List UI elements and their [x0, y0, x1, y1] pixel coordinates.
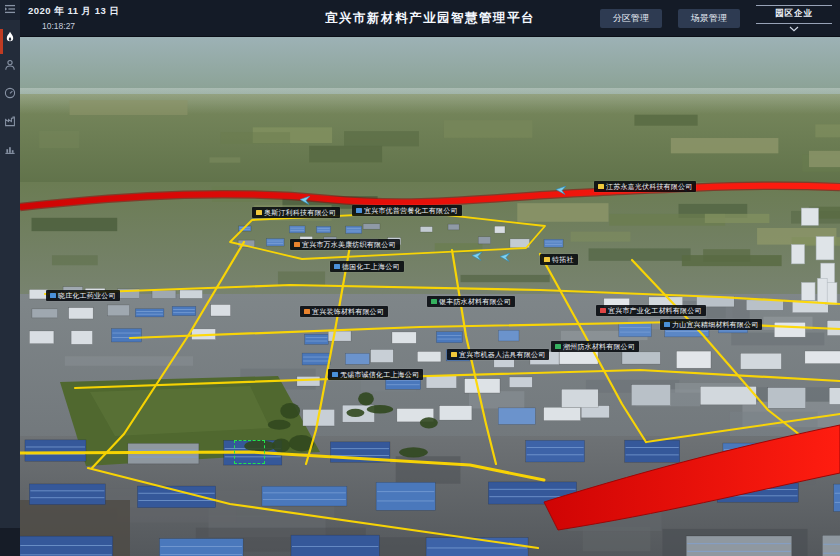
company-marker-icon — [598, 184, 604, 190]
company-label-text: 银丰防水材料有限公司 — [439, 298, 511, 305]
company-label[interactable]: 银丰防水材料有限公司 — [427, 296, 515, 307]
company-marker-icon — [334, 264, 340, 270]
company-label[interactable]: 特拓社 — [540, 254, 578, 265]
company-label[interactable]: 无锡市诚信化工上海公司 — [328, 369, 423, 380]
company-label-text: 江苏永嘉光伏科技有限公司 — [606, 183, 692, 190]
camera-marker-icon[interactable] — [472, 252, 483, 261]
company-label[interactable]: 力山宜兴精细材料有限公司 — [660, 319, 762, 330]
company-label-text: 宜兴市机器人洁具有限公司 — [459, 351, 545, 358]
camera-marker-icon[interactable] — [300, 196, 311, 205]
company-label[interactable]: 潮州防水材料有限公司 — [551, 341, 639, 352]
top-bar: 2020 年 11 月 13 日 10:18:27 宜兴市新材料产业园智慧管理平… — [20, 0, 840, 37]
company-label[interactable]: 宜兴市万水美康纺织有限公司 — [290, 239, 400, 250]
left-toolbar — [0, 0, 20, 556]
company-label[interactable]: 宜兴装饰材料有限公司 — [300, 306, 388, 317]
company-label-text: 宜兴市优普营餐化工有限公司 — [364, 207, 458, 214]
camera-marker-icon[interactable] — [500, 253, 511, 262]
company-label-text: 德国化工上海公司 — [342, 263, 400, 270]
company-marker-icon — [356, 208, 362, 214]
company-label[interactable]: 德国化工上海公司 — [330, 261, 404, 272]
company-label[interactable]: 宜兴市产业化工材料有限公司 — [596, 305, 706, 316]
company-label-text: 奥斯汀利科技有限公司 — [264, 209, 336, 216]
selection-marquee[interactable] — [234, 440, 265, 464]
person-icon — [4, 57, 16, 75]
company-marker-icon — [50, 293, 56, 299]
datetime-block: 2020 年 11 月 13 日 10:18:27 — [28, 5, 119, 31]
current-date: 2020 年 11 月 13 日 — [28, 5, 119, 18]
company-marker-icon — [256, 210, 262, 216]
company-marker-icon — [332, 372, 338, 378]
company-marker-icon — [555, 344, 561, 350]
company-label[interactable]: 宜兴市优普营餐化工有限公司 — [352, 205, 462, 216]
company-marker-icon — [664, 322, 670, 328]
company-label[interactable]: 江苏永嘉光伏科技有限公司 — [594, 181, 696, 192]
current-time: 10:18:27 — [28, 21, 119, 31]
company-label-text: 无锡市诚信化工上海公司 — [340, 371, 419, 378]
company-marker-icon — [294, 242, 300, 248]
company-label-text: 晓庄化工药业公司 — [58, 292, 116, 299]
company-label-text: 潮州防水材料有限公司 — [563, 343, 635, 350]
company-label[interactable]: 奥斯汀利科技有限公司 — [252, 207, 340, 218]
sidebar-item-gauge[interactable] — [0, 84, 20, 104]
company-label-text: 力山宜兴精细材料有限公司 — [672, 321, 758, 328]
company-label-text: 宜兴市产业化工材料有限公司 — [608, 307, 702, 314]
camera-marker-icon[interactable] — [556, 186, 567, 195]
sidebar-item-factory[interactable] — [0, 112, 20, 132]
company-label[interactable]: 宜兴市机器人洁具有限公司 — [447, 349, 549, 360]
company-label-text: 宜兴装饰材料有限公司 — [312, 308, 384, 315]
company-marker-icon — [431, 299, 437, 305]
company-label-text: 特拓社 — [552, 256, 574, 263]
hamburger-icon — [4, 1, 16, 19]
company-marker-icon — [304, 309, 310, 315]
gauge-icon — [4, 85, 16, 103]
park-enterprise-label: 园区企业 — [756, 5, 832, 24]
company-label-text: 宜兴市万水美康纺织有限公司 — [302, 241, 396, 248]
zone-management-button[interactable]: 分区管理 — [600, 9, 662, 28]
sidebar-item-fire[interactable] — [0, 28, 20, 48]
sidebar-item-person[interactable] — [0, 56, 20, 76]
company-marker-icon — [544, 257, 550, 263]
bar-chart-icon — [4, 141, 16, 159]
factory-icon — [4, 113, 16, 131]
chevron-down-icon — [756, 26, 832, 32]
company-marker-icon — [600, 308, 606, 314]
company-label[interactable]: 晓庄化工药业公司 — [46, 290, 120, 301]
menu-toggle-button[interactable] — [0, 0, 20, 20]
flame-icon — [4, 29, 16, 47]
active-item-indicator — [0, 29, 3, 54]
sidebar-item-bar-chart[interactable] — [0, 140, 20, 160]
sidebar-footer — [0, 528, 20, 556]
scene-management-button[interactable]: 场景管理 — [678, 9, 740, 28]
park-enterprise-dropdown[interactable]: 园区企业 — [756, 5, 832, 32]
company-marker-icon — [451, 352, 457, 358]
